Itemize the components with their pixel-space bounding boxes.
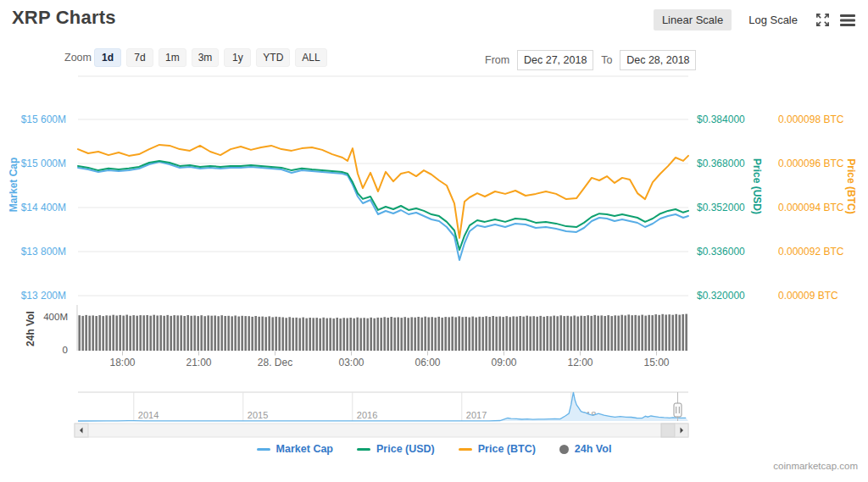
- volume-axis-label: 0: [63, 345, 68, 355]
- marketcap-axis-label: $13 800M: [21, 246, 66, 258]
- price-btc-axis-label: 0.000094 BTC: [778, 202, 844, 213]
- marketcap-axis-label: $15 600M: [21, 114, 66, 125]
- price-usd-axis-label: $0.352000: [697, 202, 745, 213]
- navigator-year-label: 2017: [466, 410, 487, 420]
- volume-axis-title: 24h Vol: [25, 311, 36, 346]
- price-btc-axis-label: 0.00009 BTC: [778, 290, 838, 302]
- navigator-year-label: 2014: [138, 410, 159, 420]
- legend-label: Price (BTC): [478, 443, 536, 455]
- navigator-year-label: 2015: [248, 410, 268, 420]
- marketcap-axis-label: $13 200M: [21, 290, 66, 302]
- marketcap-axis-label: $15 000M: [21, 158, 66, 169]
- price-btc-axis-label: 0.000096 BTC: [778, 158, 844, 169]
- price-btc-axis-label: 0.000098 BTC: [778, 114, 844, 125]
- x-axis-label: 15:00: [643, 357, 669, 368]
- price-usd-axis-label: $0.368000: [697, 158, 745, 169]
- navigator-year-label: 2016: [357, 410, 377, 420]
- legend-line-marker: [357, 448, 370, 451]
- scrollbar-track[interactable]: [75, 424, 688, 437]
- legend-item-24h-vol[interactable]: 24h Vol: [559, 443, 612, 455]
- chart-canvas[interactable]: $15 600M$15 000M$14 400M$13 800M$13 200M…: [0, 0, 868, 482]
- legend-label: 24h Vol: [575, 443, 612, 455]
- watermark: coinmarketcap.com: [773, 461, 858, 471]
- x-axis-label: 03:00: [338, 357, 364, 368]
- volume-axis-label: 400M: [43, 312, 68, 322]
- legend-item-price-btc-[interactable]: Price (BTC): [459, 443, 536, 455]
- x-axis-label: 18:00: [109, 357, 135, 368]
- main-chart-plot-area[interactable]: [78, 76, 688, 351]
- navigator-handle[interactable]: [674, 403, 682, 417]
- x-axis-label: 06:00: [415, 357, 440, 368]
- x-axis-label: 28. Dec: [258, 357, 292, 368]
- xrp-charts-page: XRP Charts Linear Scale Log Scale Zoom 1…: [0, 0, 868, 482]
- scrollbar-thumb[interactable]: [661, 424, 675, 437]
- price-usd-axis-label: $0.336000: [697, 246, 745, 258]
- legend-item-market-cap[interactable]: Market Cap: [257, 443, 333, 455]
- legend-line-marker: [459, 448, 472, 451]
- x-axis-label: 12:00: [567, 357, 593, 368]
- legend-label: Price (USD): [376, 443, 435, 455]
- legend-item-price-usd-[interactable]: Price (USD): [357, 443, 435, 455]
- price-usd-axis-label: $0.320000: [697, 290, 745, 302]
- price-btc-axis-label: 0.000092 BTC: [778, 246, 844, 258]
- legend-dot-marker: [559, 445, 569, 454]
- x-axis-label: 09:00: [491, 357, 516, 368]
- legend-line-marker: [257, 448, 270, 451]
- x-axis-label: 21:00: [186, 357, 211, 368]
- chart-legend: Market CapPrice (USD)Price (BTC)24h Vol: [0, 443, 868, 455]
- price-usd-axis-label: $0.384000: [697, 114, 745, 125]
- navigator-area-fill: [78, 392, 688, 421]
- price-usd-axis-title: Price (USD): [751, 158, 763, 214]
- marketcap-axis-title: Market Cap: [8, 158, 19, 213]
- marketcap-axis-label: $14 400M: [21, 202, 66, 213]
- price-btc-axis-title: Price (BTC): [845, 158, 857, 213]
- legend-label: Market Cap: [276, 443, 333, 455]
